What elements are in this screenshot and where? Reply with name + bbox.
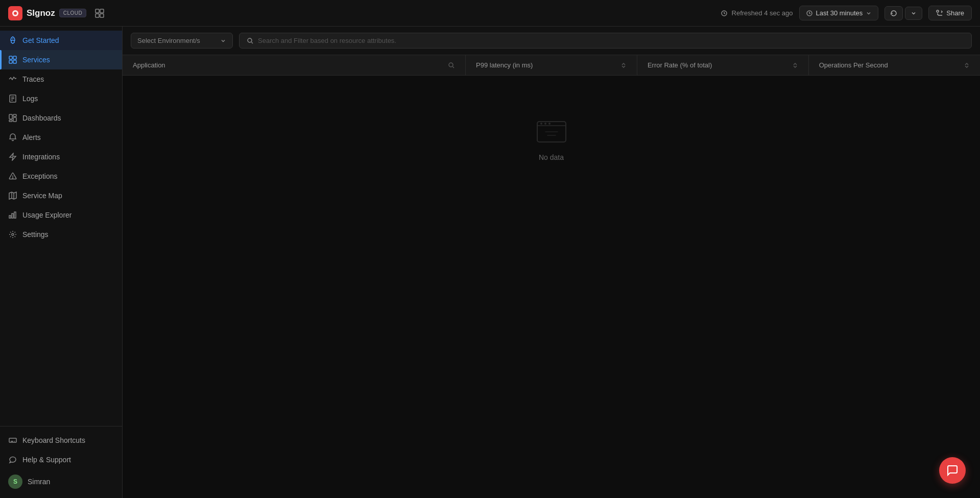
sidebar-item-alerts[interactable]: Alerts bbox=[0, 128, 122, 147]
logo-icon bbox=[8, 6, 22, 20]
sidebar: Get Started Services bbox=[0, 27, 123, 498]
svg-rect-28 bbox=[12, 214, 13, 218]
sidebar-item-usage-explorer[interactable]: Usage Explorer bbox=[0, 205, 122, 225]
search-placeholder: Search and Filter based on resource attr… bbox=[258, 37, 396, 44]
svg-rect-17 bbox=[9, 114, 12, 119]
svg-rect-20 bbox=[9, 120, 12, 122]
svg-rect-18 bbox=[13, 114, 16, 116]
sidebar-item-services[interactable]: Services bbox=[0, 50, 122, 69]
sidebar-item-get-started-label: Get Started bbox=[22, 36, 59, 44]
svg-rect-11 bbox=[9, 60, 12, 63]
col-error-rate: Error Rate (% of total) bbox=[637, 55, 808, 76]
rocket-icon bbox=[8, 36, 17, 45]
services-table: Application P9 bbox=[123, 55, 980, 76]
sidebar-item-traces-label: Traces bbox=[22, 75, 44, 83]
message-circle-icon bbox=[8, 455, 17, 464]
keyboard-icon bbox=[8, 436, 17, 445]
topbar: SIgnoz CLOUD Refreshed 4 sec ago Last 3 bbox=[0, 0, 980, 27]
bell-icon bbox=[8, 133, 17, 142]
sidebar-item-dashboards[interactable]: Dashboards bbox=[0, 108, 122, 128]
sidebar-nav: Get Started Services bbox=[0, 27, 122, 426]
refresh-button[interactable] bbox=[885, 6, 903, 20]
share-label: Share bbox=[946, 9, 964, 17]
avatar: S bbox=[8, 475, 22, 489]
map-icon bbox=[8, 191, 17, 200]
refresh-info: Refreshed 4 sec ago bbox=[721, 9, 793, 17]
share-button[interactable]: Share bbox=[928, 6, 972, 20]
col-error-rate-label: Error Rate (% of total) bbox=[648, 61, 712, 69]
svg-marker-21 bbox=[10, 153, 16, 160]
sidebar-item-service-map-label: Service Map bbox=[22, 192, 62, 200]
dropdown-button[interactable] bbox=[905, 7, 922, 20]
time-selector[interactable]: Last 30 minutes bbox=[799, 6, 879, 20]
sidebar-item-integrations[interactable]: Integrations bbox=[0, 147, 122, 167]
sidebar-item-get-started[interactable]: Get Started bbox=[0, 31, 122, 50]
zap-icon bbox=[8, 152, 17, 161]
col-operations-label: Operations Per Second bbox=[819, 61, 888, 69]
col-operations: Operations Per Second bbox=[808, 55, 980, 76]
content-area: Select Environment/s Search and Filter b… bbox=[123, 27, 980, 498]
sidebar-item-help-support-label: Help & Support bbox=[22, 456, 71, 464]
sidebar-item-usage-explorer-label: Usage Explorer bbox=[22, 211, 72, 219]
col-application: Application bbox=[123, 55, 466, 76]
svg-rect-3 bbox=[100, 9, 104, 13]
search-bar[interactable]: Search and Filter based on resource attr… bbox=[239, 33, 972, 49]
svg-line-41 bbox=[453, 66, 455, 68]
env-selector[interactable]: Select Environment/s bbox=[131, 33, 233, 49]
sidebar-item-logs[interactable]: Logs bbox=[0, 89, 122, 108]
sort-icon-error[interactable] bbox=[792, 62, 798, 68]
no-data-icon bbox=[535, 116, 568, 145]
no-data-area: No data bbox=[123, 76, 980, 202]
sidebar-item-exceptions[interactable]: Exceptions bbox=[0, 167, 122, 186]
svg-rect-5 bbox=[100, 14, 104, 17]
sidebar-bottom: Keyboard Shortcuts Help & Support S Simr… bbox=[0, 426, 122, 498]
sort-icon-p99[interactable] bbox=[620, 62, 627, 68]
sidebar-item-keyboard-shortcuts-label: Keyboard Shortcuts bbox=[22, 436, 85, 444]
layout-icon[interactable] bbox=[94, 8, 105, 18]
content-toolbar: Select Environment/s Search and Filter b… bbox=[123, 27, 980, 55]
svg-point-8 bbox=[12, 38, 13, 39]
layout-dashboard-icon bbox=[8, 113, 17, 123]
sidebar-item-dashboards-label: Dashboards bbox=[22, 114, 61, 122]
svg-rect-2 bbox=[95, 9, 99, 13]
svg-point-45 bbox=[548, 123, 551, 125]
alert-triangle-icon bbox=[8, 172, 17, 181]
user-profile[interactable]: S Simran bbox=[0, 469, 122, 494]
search-icon-th[interactable] bbox=[448, 62, 455, 69]
svg-line-39 bbox=[252, 42, 253, 43]
bar-chart-icon bbox=[8, 210, 17, 220]
main-layout: Get Started Services bbox=[0, 27, 980, 498]
sort-icon-ops[interactable] bbox=[964, 62, 970, 68]
svg-marker-24 bbox=[9, 192, 16, 199]
no-data-text: No data bbox=[539, 153, 564, 161]
svg-point-40 bbox=[449, 63, 453, 67]
sidebar-item-alerts-label: Alerts bbox=[22, 133, 41, 141]
svg-rect-10 bbox=[13, 56, 16, 59]
svg-rect-29 bbox=[14, 212, 16, 218]
svg-rect-4 bbox=[95, 14, 99, 17]
refresh-text: Refreshed 4 sec ago bbox=[732, 9, 793, 17]
svg-rect-9 bbox=[9, 56, 12, 59]
sidebar-item-logs-label: Logs bbox=[22, 94, 38, 103]
sidebar-item-keyboard-shortcuts[interactable]: Keyboard Shortcuts bbox=[0, 431, 122, 450]
data-table-wrapper: Application P9 bbox=[123, 55, 980, 498]
settings-icon bbox=[8, 230, 17, 239]
sidebar-item-services-label: Services bbox=[22, 56, 50, 64]
user-name: Simran bbox=[28, 478, 50, 486]
sidebar-item-settings[interactable]: Settings bbox=[0, 225, 122, 244]
refresh-buttons bbox=[885, 6, 922, 20]
svg-rect-27 bbox=[9, 216, 11, 218]
chat-fab-button[interactable] bbox=[939, 457, 966, 484]
svg-rect-12 bbox=[13, 60, 16, 63]
sidebar-item-service-map[interactable]: Service Map bbox=[0, 186, 122, 205]
grid-icon bbox=[8, 55, 17, 64]
time-label: Last 30 minutes bbox=[816, 9, 863, 17]
svg-point-44 bbox=[544, 123, 546, 125]
sidebar-item-settings-label: Settings bbox=[22, 230, 49, 239]
chat-fab-icon bbox=[946, 464, 959, 477]
sidebar-item-help-support[interactable]: Help & Support bbox=[0, 450, 122, 469]
sidebar-item-traces[interactable]: Traces bbox=[0, 69, 122, 89]
app-name: SIgnoz bbox=[27, 8, 55, 18]
col-p99: P99 latency (in ms) bbox=[466, 55, 637, 76]
svg-point-30 bbox=[12, 233, 14, 235]
